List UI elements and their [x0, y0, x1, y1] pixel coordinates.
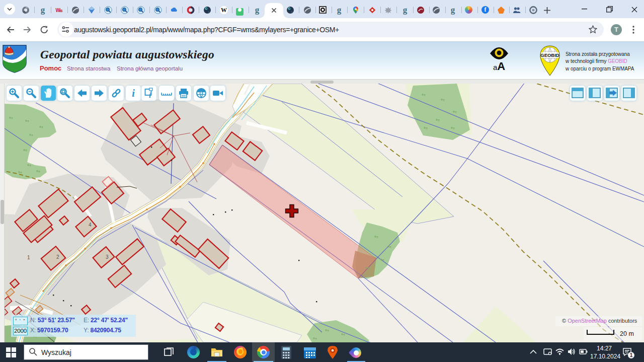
svg-text:4: 4 [89, 222, 92, 228]
svg-text:3: 3 [106, 254, 109, 260]
svg-text:i: i [132, 88, 135, 99]
svg-text:GEOBID: GEOBID [540, 52, 559, 58]
svg-text:2: 2 [56, 254, 59, 260]
svg-text:20 m: 20 m [620, 330, 634, 337]
svg-text:1: 1 [27, 255, 30, 260]
